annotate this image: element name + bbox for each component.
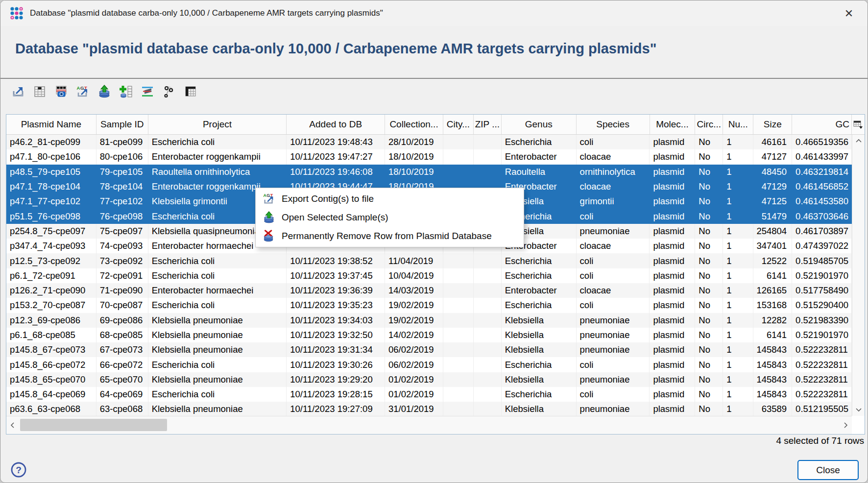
chevron-right-icon [842, 421, 849, 429]
table-row[interactable]: p12.3_69-cpe08669-cpe086Klebsiella pneum… [6, 313, 852, 328]
column-header-added_to_db[interactable]: Added to DB [287, 115, 385, 134]
table-row[interactable]: p145.8_65-cpe07065-cpe070Klebsiella pneu… [6, 372, 852, 387]
table-row[interactable]: p46.2_81-cpe09981-cpe099Escherichia coli… [6, 135, 852, 149]
table-row[interactable]: p12.5_73-cpe09273-cpe092Escherichia coli… [6, 253, 852, 268]
cell-sample_id: 79-cpe105 [96, 165, 148, 179]
table-row[interactable]: p47.1_80-cpe10680-cpe106Enterobacter rog… [6, 149, 852, 164]
cell-plasmid_name: p63.6_63-cpe068 [6, 402, 96, 416]
table-row[interactable]: p6.1_68-cpe08568-cpe085Klebsiella pneumo… [6, 328, 852, 342]
column-header-plasmid_name[interactable]: Plasmid Name [6, 115, 96, 134]
table-row[interactable]: p63.6_63-cpe06863-cpe068Klebsiella pneum… [6, 402, 852, 416]
vertical-scrollbar[interactable] [852, 135, 865, 416]
column-header-sample_id[interactable]: Sample ID [96, 115, 148, 134]
cell-plasmid_name: p145.8_64-cpe069 [6, 387, 96, 402]
cell-gc: 0.461456852 [792, 179, 852, 194]
toolbar [10, 81, 198, 102]
cell-circular: No [695, 253, 723, 268]
close-button[interactable]: Close [797, 460, 859, 480]
cell-number: 1 [723, 298, 753, 313]
cell-number: 1 [723, 402, 753, 416]
cell-circular: No [695, 372, 723, 387]
cell-species: grimontii [577, 194, 650, 209]
remove-row-item[interactable]: Permanently Remove Row from Plasmid Data… [256, 227, 524, 245]
cell-molecule: plasmid [650, 149, 695, 164]
cell-sample_id: 75-cpe097 [96, 224, 148, 239]
column-header-number[interactable]: Nu... [723, 115, 753, 134]
cell-species: coli [577, 387, 650, 402]
sort-layers-button[interactable] [140, 83, 155, 100]
open-sample-button[interactable] [96, 83, 112, 100]
cell-gc: 0.519485705 [792, 253, 852, 268]
table-row[interactable]: p145.8_66-cpe07266-cpe072Escherichia col… [6, 357, 852, 372]
column-header-size[interactable]: Size [753, 115, 792, 134]
cell-species: coli [577, 298, 650, 313]
cell-project: Escherichia coli [148, 135, 287, 149]
scroll-down-button[interactable] [852, 404, 865, 415]
page-title: Database "plasmid database carba-only 10… [15, 41, 863, 57]
cell-species: coli [577, 253, 650, 268]
table-row[interactable]: p126.2_71-cpe09071-cpe090Enterobacter ho… [6, 283, 852, 298]
export-contigs-button[interactable] [75, 83, 91, 100]
cell-molecule: plasmid [650, 387, 695, 402]
cell-species: cloacae [577, 179, 650, 194]
column-header-collection[interactable]: Collection... [385, 115, 443, 134]
scroll-right-button[interactable] [840, 416, 851, 434]
column-header-genus[interactable]: Genus [502, 115, 577, 134]
cell-added_to_db: 10/11/2023 19:30:26 [287, 357, 385, 372]
cell-city [443, 135, 474, 149]
table-row[interactable]: p153.2_70-cpe08770-cpe087Escherichia col… [6, 298, 852, 313]
cell-city [443, 357, 474, 372]
menu-item-label: Open Selected Sample(s) [282, 212, 388, 223]
plasmid-table: Plasmid NameSample IDProjectAdded to DBC… [6, 114, 865, 435]
cell-size: 12522 [753, 253, 792, 268]
cell-project: Escherichia coli [148, 253, 287, 268]
cell-number: 1 [723, 165, 753, 179]
column-picker-button[interactable] [852, 115, 865, 134]
cell-project: Raoultella ornithinolytica [148, 165, 287, 179]
cell-genus: Enterobacter [502, 283, 577, 298]
cell-gc: 0.521901970 [792, 328, 852, 342]
cell-circular: No [695, 328, 723, 342]
cell-size: 63589 [753, 402, 792, 416]
column-header-molecule[interactable]: Molec... [650, 115, 696, 134]
cell-gc: 0.521983390 [792, 313, 852, 328]
table-row[interactable]: p145.8_64-cpe06964-cpe069Escherichia col… [6, 387, 852, 402]
column-properties-button[interactable] [183, 83, 198, 100]
export-contigs-item[interactable]: Export Contig(s) to file [256, 190, 524, 208]
heading-divider [0, 78, 868, 79]
column-header-project[interactable]: Project [148, 115, 287, 134]
open-samples-item[interactable]: Open Selected Sample(s) [256, 208, 524, 227]
scroll-up-button[interactable] [852, 136, 865, 146]
open-sample-icon [97, 85, 111, 98]
add-entry-button[interactable] [118, 83, 134, 100]
table-camera-button[interactable] [53, 83, 69, 100]
cell-collection: 31/01/2019 [385, 402, 443, 416]
scroll-left-button[interactable] [7, 416, 18, 434]
cell-number: 1 [723, 239, 753, 253]
column-header-gc[interactable]: GC [792, 115, 852, 134]
horizontal-scrollbar[interactable] [6, 416, 852, 434]
table-grid-button[interactable] [32, 83, 48, 100]
table-row[interactable]: p48.5_79-cpe10579-cpe105Raoultella ornit… [6, 165, 852, 179]
cell-genus: Escherichia [502, 387, 577, 402]
cell-zip [474, 313, 502, 328]
export-table-button[interactable] [10, 83, 26, 100]
cell-number: 1 [723, 283, 753, 298]
cell-gc: 0.512195505 [792, 402, 852, 416]
column-header-species[interactable]: Species [577, 115, 650, 134]
table-row[interactable]: p6.1_72-cpe09172-cpe091Escherichia coli1… [6, 268, 852, 283]
chevron-down-icon [855, 406, 863, 413]
column-header-zip[interactable]: ZIP ... [474, 115, 502, 134]
cluster-analysis-button[interactable] [161, 83, 177, 100]
cell-plasmid_name: p126.2_71-cpe090 [6, 283, 96, 298]
help-button[interactable] [10, 461, 27, 478]
horizontal-scroll-thumb[interactable] [20, 419, 167, 431]
column-header-circular[interactable]: Circ... [695, 115, 723, 134]
cell-zip [474, 372, 502, 387]
window-close-icon[interactable]: ✕ [841, 6, 857, 22]
table-row[interactable]: p145.8_67-cpe07367-cpe073Klebsiella pneu… [6, 342, 852, 357]
column-header-city[interactable]: City... [443, 115, 474, 134]
cell-project: Klebsiella pneumoniae [148, 313, 287, 328]
cell-circular: No [695, 402, 723, 416]
cell-genus: Escherichia [502, 298, 577, 313]
